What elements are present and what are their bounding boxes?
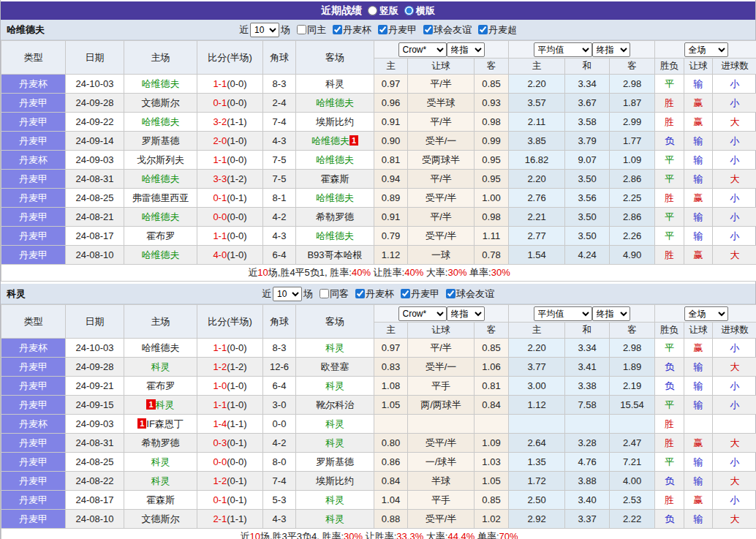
avg-home: 3.77 — [509, 358, 565, 377]
header-row-1: 类型日期主场比分(半场)角球客场Crow*终指平均值终指全场 — [1, 41, 756, 59]
league-filter-checkbox[interactable] — [333, 25, 342, 34]
avg-draw: 3.34 — [565, 339, 610, 358]
league-filter-option[interactable]: 球会友谊 — [442, 287, 494, 301]
final-odds-select-2[interactable]: 终指 — [592, 42, 630, 57]
odds-away: 0.98 — [475, 113, 509, 132]
scope-select[interactable]: 全场 — [684, 42, 728, 57]
result-outcome: 平 — [655, 396, 684, 415]
corners-cell: 7-4 — [263, 113, 296, 132]
result-text: 赢 — [694, 249, 703, 260]
halftime-score: (1-0) — [227, 135, 246, 146]
league-filter-option[interactable]: 丹麦甲 — [374, 23, 417, 37]
avg-draw: 3.58 — [565, 113, 610, 132]
league-filter-option[interactable]: 丹麦杯 — [352, 287, 394, 301]
odds-away: 1.05 — [475, 472, 509, 491]
same-venue-checkbox[interactable] — [297, 25, 306, 34]
league-filter-label: 球会友谊 — [456, 288, 494, 299]
odds-handicap: 受平/半 — [408, 434, 475, 453]
result-goals: 小 — [713, 189, 756, 208]
league-filter-option[interactable]: 丹麦甲 — [397, 287, 439, 301]
layout-option-vertical[interactable]: 竖版 — [368, 4, 398, 18]
result-text: 大 — [730, 513, 740, 524]
horizontal-layout-radio[interactable] — [404, 6, 414, 15]
odds-away: 0.85 — [475, 75, 509, 94]
matches-count-select[interactable]: 10 — [273, 287, 302, 301]
league-type-header: 类型 — [1, 41, 66, 75]
league-filter-checkbox[interactable] — [355, 289, 365, 298]
match-date: 24-08-31 — [66, 170, 124, 189]
bookmaker-select[interactable]: Crow* — [398, 306, 447, 321]
final-odds-select[interactable]: 终指 — [447, 306, 485, 321]
result-text: 胜 — [665, 249, 674, 260]
home-team: IF森恩丁 — [146, 418, 184, 429]
league-filter-checkbox[interactable] — [401, 289, 410, 298]
avg-home: 1.35 — [509, 453, 565, 472]
home-team-cell: 哈维德夫 — [124, 170, 197, 189]
corners-cell: 7-5 — [263, 151, 296, 170]
match-date: 24-09-14 — [66, 132, 124, 151]
result-text: 平 — [665, 173, 674, 184]
odds-handicap: 平手 — [408, 377, 475, 396]
league-filter-checkbox[interactable] — [423, 25, 433, 34]
subcol-header: 主 — [509, 59, 565, 75]
league-filter-checkbox[interactable] — [378, 25, 388, 34]
avg-draw: 3.50 — [565, 208, 610, 227]
odds-away: 0.78 — [475, 246, 509, 265]
home-team-cell: 科灵 — [124, 358, 197, 377]
red-card-badge: 1 — [137, 418, 146, 429]
average-select[interactable]: 平均值 — [534, 306, 592, 321]
corners-cell: 6-4 — [263, 246, 296, 265]
result-text: 大 — [730, 116, 740, 127]
result-text: 胜 — [665, 116, 674, 127]
result-goals: 大 — [713, 358, 756, 377]
result-handicap: 输 — [684, 208, 713, 227]
avg-draw: 3.88 — [565, 472, 610, 491]
fulltime-score: 1-2 — [213, 475, 227, 486]
avg-away: 2.86 — [610, 208, 655, 227]
summary-segment: 大率: — [423, 531, 447, 539]
bookmaker-select[interactable]: Crow* — [398, 42, 447, 57]
corners-cell: 8-3 — [263, 75, 296, 94]
league-filter-checkbox[interactable] — [446, 289, 456, 298]
home-team: 科灵 — [151, 456, 170, 467]
away-team-cell: B93哥本哈根 — [296, 246, 374, 265]
final-odds-select-2[interactable]: 终指 — [592, 306, 630, 321]
same-venue-option[interactable]: 同主 — [293, 23, 326, 37]
result-outcome: 平 — [655, 75, 684, 94]
league-filter-option[interactable]: 丹麦超 — [475, 23, 517, 37]
table-row: 丹麦杯24-10-03哈维德夫1-1(0-0)8-3科灵0.97平/半0.852… — [1, 75, 756, 94]
avg-away: 2.86 — [610, 170, 655, 189]
score-cell: 1-1(0-0) — [197, 227, 263, 246]
same-venue-option[interactable]: 同客 — [316, 287, 349, 301]
subcol-header: 和 — [565, 59, 610, 75]
layout-option-horizontal[interactable]: 横版 — [404, 4, 435, 18]
league-filter-option[interactable]: 丹麦杯 — [329, 23, 371, 37]
table-row: 丹麦甲24-08-10文德斯尔2-1(1-1)4-3科灵0.88受平/半1.02… — [1, 510, 756, 529]
matches-count-select[interactable]: 10 — [250, 23, 279, 37]
result-goals: 大 — [713, 170, 756, 189]
league-filter-checkbox[interactable] — [478, 25, 488, 34]
odds-handicap: 受半/一 — [408, 358, 475, 377]
league-filter-option[interactable]: 球会友谊 — [420, 23, 472, 37]
average-select[interactable]: 平均值 — [534, 42, 592, 57]
scope-select[interactable]: 全场 — [684, 306, 728, 321]
corners-cell-header: 角球 — [263, 41, 296, 75]
corners-cell: 8-1 — [263, 189, 296, 208]
home-team: 文德斯尔 — [142, 513, 180, 524]
match-date: 24-09-21 — [66, 377, 124, 396]
summary-cell: 近10场,胜3平3负4, 胜率:30% 让胜率:33.3% 大率:44.4% 单… — [1, 529, 756, 539]
home-team-cell: 1科灵 — [124, 396, 197, 415]
odds-away: 0.99 — [475, 132, 509, 151]
odds-home: 1.08 — [374, 377, 408, 396]
away-team-cell: 埃斯比约 — [296, 113, 374, 132]
summary-row: 近10场,胜3平3负4, 胜率:30% 让胜率:33.3% 大率:44.4% 单… — [1, 529, 756, 539]
same-venue-checkbox[interactable] — [320, 289, 329, 298]
vertical-layout-radio[interactable] — [368, 6, 377, 15]
result-outcome: 胜 — [655, 189, 684, 208]
final-odds-select[interactable]: 终指 — [447, 42, 485, 57]
avg-home: 2.11 — [509, 113, 565, 132]
result-outcome: 负 — [655, 132, 684, 151]
sections-container: 哈维德夫近10场同主丹麦杯丹麦甲球会友谊丹麦超类型日期主场比分(半场)角球客场C… — [1, 20, 755, 539]
result-text: 平 — [665, 78, 674, 89]
score-cell: 3-3(1-2) — [197, 170, 263, 189]
